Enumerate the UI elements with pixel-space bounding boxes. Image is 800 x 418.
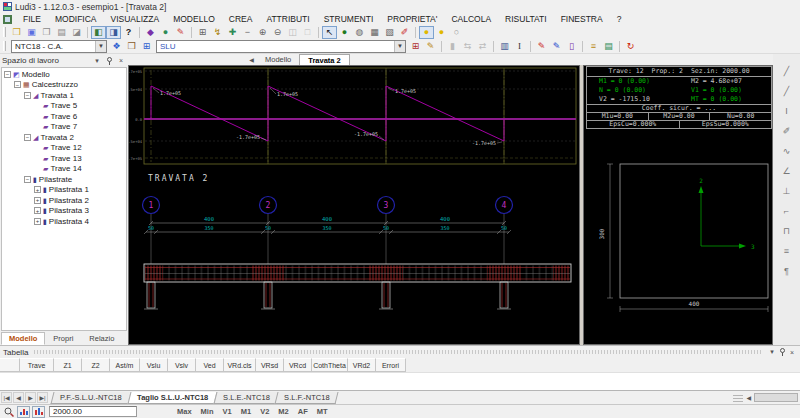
case-combobox[interactable]: SLU ▼ <box>156 40 406 53</box>
column-z1[interactable]: Z1 <box>54 358 82 372</box>
collapse-icon[interactable]: − <box>14 81 21 88</box>
pin-icon[interactable] <box>104 56 114 66</box>
print-preview-icon[interactable]: ▤ <box>54 26 69 39</box>
menu-calcola[interactable]: CALCOLA <box>444 13 498 25</box>
edit-pen-icon[interactable]: ✎ <box>173 26 188 39</box>
add-element-icon[interactable]: ✚ <box>225 26 240 39</box>
drag-handle[interactable] <box>34 350 761 354</box>
norm-combobox[interactable]: NTC18 - C.A. ▼ <box>11 40 107 53</box>
chevron-down-icon[interactable]: ▼ <box>394 41 405 52</box>
sheet-tab-sle[interactable]: S.L.E.-NTC18 <box>213 392 279 404</box>
scrollbar-thumb[interactable] <box>754 393 798 402</box>
save-icon[interactable]: ▣ <box>24 26 39 39</box>
pin-icon[interactable] <box>777 347 787 357</box>
close-icon[interactable]: × <box>787 347 797 357</box>
remove-element-icon[interactable]: − <box>240 26 255 39</box>
zoom-in-icon[interactable]: ⊕ <box>255 26 270 39</box>
sheet-tab-taglio-slu[interactable]: Taglio S.L.U.-NTC18 <box>127 392 217 404</box>
tree-item-trave-14[interactable]: ▰Trave 14 <box>2 164 126 175</box>
window-model-icon[interactable]: ◧ <box>91 26 106 39</box>
view-3d-icon[interactable]: ● <box>337 26 352 39</box>
tree-item-trave-7[interactable]: ▰Trave 7 <box>2 122 126 133</box>
tree-item-pilastrata-2[interactable]: +▮Pilastrata 2 <box>2 195 126 206</box>
flip-vertical-icon[interactable]: ⇄ <box>475 40 490 53</box>
tab-modello[interactable]: Modello <box>1 332 45 345</box>
grid-icon[interactable]: ⊞ <box>195 26 210 39</box>
af-toggle[interactable]: AF <box>298 407 308 416</box>
lamp-on-icon[interactable]: ● <box>419 26 434 39</box>
bar-icon[interactable]: ▮ <box>445 40 460 53</box>
collapse-icon[interactable]: − <box>24 134 31 141</box>
ibeam-tool-icon[interactable]: I <box>779 104 795 119</box>
window-drawing-icon[interactable]: ◨ <box>106 26 121 39</box>
column-vslv[interactable]: Vslv <box>168 358 196 372</box>
tab-splitter[interactable] <box>733 394 743 402</box>
case-edit-icon[interactable]: ✎ <box>423 40 438 53</box>
lamp-icon[interactable]: ● <box>434 26 449 39</box>
wave-tool-icon[interactable]: ∿ <box>779 144 795 159</box>
close-icon[interactable]: × <box>116 56 126 66</box>
zoom-window-icon[interactable]: ◫ <box>285 26 300 39</box>
tab-proprieta[interactable]: Propri <box>45 332 81 345</box>
menu-visualizza[interactable]: VISUALIZZA <box>104 13 167 25</box>
list-tool-icon[interactable]: ≡ <box>779 244 795 259</box>
column-vslu[interactable]: Vslu <box>140 358 168 372</box>
doc-tab-travata-2[interactable]: Travata 2 <box>299 54 350 65</box>
last-sheet-button[interactable]: ▶| <box>37 392 48 403</box>
tree-item-trave-6[interactable]: ▰Trave 6 <box>2 111 126 122</box>
column-ast-m[interactable]: Ast/m <box>110 358 140 372</box>
next-sheet-button[interactable]: ▶ <box>25 392 36 403</box>
menu-modifica[interactable]: MODIFICA <box>48 13 104 25</box>
paragraph-tool-icon[interactable]: ¶ <box>779 264 795 279</box>
mesh-icon[interactable]: ▦ <box>367 26 382 39</box>
zoom-extents-icon[interactable]: □ <box>300 26 315 39</box>
toolbar-gripper[interactable] <box>3 27 6 37</box>
scale-input[interactable]: 2000.00 <box>49 406 137 417</box>
open-file-icon[interactable]: ❒ <box>9 26 24 39</box>
flip-horizontal-icon[interactable]: ⇆ <box>460 40 475 53</box>
v1-toggle[interactable]: V1 <box>223 407 232 416</box>
case-table-icon[interactable]: ⊞ <box>408 40 423 53</box>
ibeam-icon[interactable]: I <box>512 40 527 53</box>
norm-check-icon[interactable]: ❖ <box>109 40 124 53</box>
collapse-icon[interactable]: − <box>24 92 31 99</box>
annotate-pen-icon[interactable]: ✐ <box>397 26 412 39</box>
lamp-off-icon[interactable]: ○ <box>449 26 464 39</box>
column-vrd-cls[interactable]: VRd.cls <box>224 358 256 372</box>
menu-finestra[interactable]: FINESTRA <box>554 13 610 25</box>
expand-icon[interactable]: + <box>34 186 41 193</box>
expand-icon[interactable]: + <box>34 218 41 225</box>
tree-item-trave-13[interactable]: ▰Trave 13 <box>2 153 126 164</box>
column-errori[interactable]: Errori <box>376 358 406 372</box>
prev-sheet-button[interactable]: ◀ <box>13 392 24 403</box>
pen-red-icon[interactable]: ✎ <box>534 40 549 53</box>
materials-icon[interactable]: ◆ <box>143 26 158 39</box>
report-icon[interactable]: ▤ <box>601 40 616 53</box>
tree-item-trave-12[interactable]: ▰Trave 12 <box>2 143 126 154</box>
menu-attributi[interactable]: ATTRIBUTI <box>259 13 316 25</box>
cap-tool-icon[interactable]: ⊓ <box>779 224 795 239</box>
menu-file[interactable]: FILE <box>16 13 48 25</box>
travata-canvas[interactable]: 1.7e+05 1.7e+05 1.7e+05 -1.7e+05 -1.7e+0… <box>128 65 580 345</box>
expand-icon[interactable]: + <box>34 197 41 204</box>
tree-item-pilastrata-4[interactable]: +▮Pilastrata 4 <box>2 216 126 227</box>
sheet-tab-slf[interactable]: S.L.F.-NTC18 <box>275 392 339 404</box>
menu-modello[interactable]: MODELLO <box>166 13 222 25</box>
tree-item-travata-2[interactable]: −◢Travata 2 <box>2 132 126 143</box>
pen-purple-icon[interactable]: ▯ <box>564 40 579 53</box>
corner-tool-icon[interactable]: ⌐ <box>779 204 795 219</box>
angle-tool-icon[interactable]: ∠ <box>779 164 795 179</box>
print-icon[interactable]: ◪ <box>69 26 84 39</box>
menu-help[interactable]: ? <box>610 13 629 25</box>
row-selector-header[interactable] <box>0 358 20 372</box>
results-canvas[interactable]: Trave: 12 Prop.: 2 Sez.in: 2000.00 M1 = … <box>583 65 773 345</box>
column-ved[interactable]: Ved <box>196 358 224 372</box>
title-bar[interactable]: Ludi3 - 1.12.0.3 - esempio1 - [Travata 2… <box>0 0 800 13</box>
doc-tab-modello[interactable]: Modello <box>257 54 299 65</box>
column-vrd2[interactable]: VRd2 <box>348 358 376 372</box>
m1-toggle[interactable]: M1 <box>241 407 251 416</box>
list-icon[interactable]: ≡ <box>586 40 601 53</box>
combos-table-icon[interactable]: ⊞ <box>139 40 154 53</box>
tabella-body[interactable] <box>0 372 800 391</box>
collapse-icon[interactable]: − <box>4 71 11 78</box>
